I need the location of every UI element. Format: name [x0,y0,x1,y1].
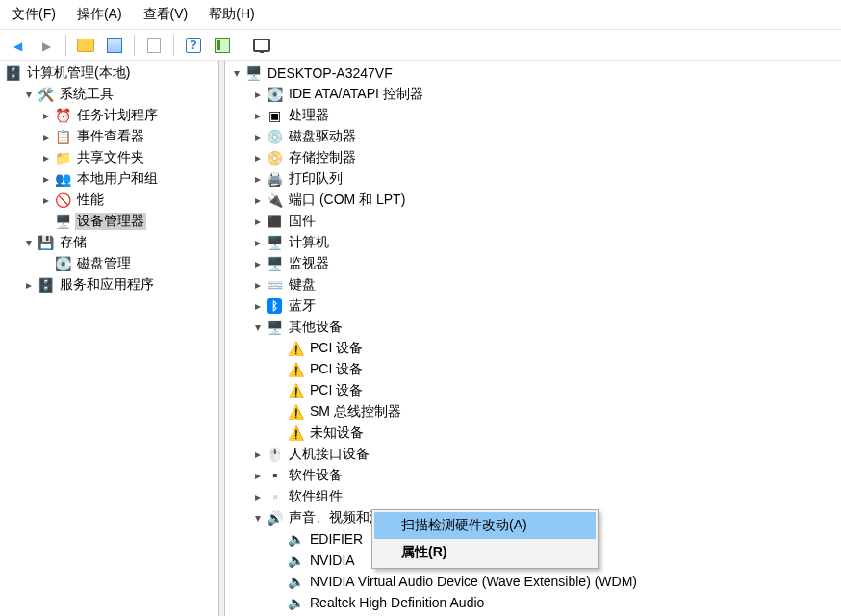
device-item-realtek[interactable]: Realtek High Definition Audio [268,592,841,613]
device-item-pci-3[interactable]: PCI 设备 [268,380,841,401]
chevron-right-icon[interactable] [250,299,266,313]
chevron-right-icon[interactable] [250,193,266,207]
software-device-icon [266,467,283,484]
device-label: 键盘 [287,276,318,294]
tree-item-disk-management[interactable]: 磁盘管理 [35,253,218,274]
chevron-right-icon[interactable] [250,257,266,270]
chevron-right-icon[interactable] [250,109,266,122]
device-label: 其他设备 [287,319,344,336]
device-item-nvidia-wave[interactable]: NVIDIA Virtual Audio Device (Wave Extens… [268,571,841,592]
tree-root-computer-management[interactable]: 计算机管理(本地) [0,63,218,84]
device-label: PCI 设备 [308,340,365,357]
chevron-down-icon[interactable] [21,88,37,101]
back-button[interactable] [6,34,29,57]
properties-button[interactable] [142,34,166,57]
device-category-keyboards[interactable]: 键盘 [246,274,841,295]
device-category-print-queues[interactable]: 打印队列 [246,168,841,190]
toolbar-separator [173,35,174,56]
device-item-pci-2[interactable]: PCI 设备 [268,359,841,380]
device-root-computer[interactable]: DESKTOP-A3247VF [225,63,841,84]
tree-item-task-scheduler[interactable]: 任务计划程序 [35,105,218,126]
show-hide-tree-button[interactable] [103,34,126,57]
up-button[interactable] [74,34,97,57]
toolbar-separator [65,35,66,56]
device-item-sm-bus[interactable]: SM 总线控制器 [268,401,841,423]
device-label: 未知设备 [308,424,366,442]
device-category-monitors[interactable]: 监视器 [246,253,841,274]
chevron-right-icon[interactable] [250,215,266,228]
tree-item-event-viewer[interactable]: 事件查看器 [35,126,218,147]
device-category-bluetooth[interactable]: 蓝牙 [246,295,841,317]
device-label: 人机接口设备 [287,446,371,463]
chevron-right-icon[interactable] [250,88,266,101]
tree-item-device-manager[interactable]: 设备管理器 [35,211,218,232]
chevron-down-icon[interactable] [250,511,266,525]
tree-label: 共享文件夹 [75,149,146,167]
pane-icon [107,38,122,53]
menu-file[interactable]: 文件(F) [8,4,60,25]
chevron-down-icon[interactable] [250,321,266,334]
menu-view[interactable]: 查看(V) [140,4,192,25]
view-button[interactable] [211,34,234,57]
menu-action[interactable]: 操作(A) [73,4,126,25]
forward-button[interactable] [35,34,58,57]
disk-icon [54,255,71,272]
performance-icon [54,192,71,209]
device-category-software-devices[interactable]: 软件设备 [246,465,841,486]
tree-item-performance[interactable]: 性能 [35,190,218,211]
warning-icon [287,403,304,421]
device-category-software-components[interactable]: 软件组件 [246,486,841,507]
chevron-right-icon[interactable] [38,151,54,165]
device-category-other-devices[interactable]: 其他设备 [246,317,841,338]
tree-item-system-tools[interactable]: 系统工具 [17,84,218,105]
device-category-computers[interactable]: 计算机 [246,232,841,253]
menu-help[interactable]: 帮助(H) [205,4,258,25]
help-button[interactable]: ? [182,34,205,57]
software-component-icon [266,488,283,505]
device-category-ide[interactable]: IDE ATA/ATAPI 控制器 [246,84,841,105]
device-category-ports[interactable]: 端口 (COM 和 LPT) [246,190,841,211]
tree-item-storage[interactable]: 存储 [17,232,218,253]
chevron-right-icon[interactable] [250,448,266,461]
chevron-right-icon[interactable] [250,130,266,143]
device-category-storage-controllers[interactable]: 存储控制器 [246,147,841,168]
chevron-right-icon[interactable] [250,469,266,482]
chevron-right-icon[interactable] [250,151,266,165]
tree-label: 计算机管理(本地) [25,64,132,82]
chevron-right-icon[interactable] [250,172,266,186]
storage-controller-icon [266,149,283,167]
chevron-right-icon[interactable] [38,193,54,207]
chevron-right-icon[interactable] [21,278,37,292]
device-category-hid[interactable]: 人机接口设备 [246,444,841,465]
chevron-right-icon[interactable] [250,278,266,292]
management-icon [4,64,21,82]
tree-item-local-users[interactable]: 本地用户和组 [35,168,218,190]
page-icon [147,38,161,53]
tree-label: 服务和应用程序 [58,276,156,294]
device-label: 固件 [287,213,318,230]
chevron-right-icon[interactable] [250,490,266,503]
cpu-icon [266,107,283,124]
chevron-right-icon[interactable] [250,236,266,249]
chevron-right-icon[interactable] [38,172,54,186]
device-label: 监视器 [287,255,331,272]
device-label: 处理器 [287,107,331,124]
device-label: EDIFIER [308,531,365,547]
tree-item-services-apps[interactable]: 服务和应用程序 [17,274,218,295]
context-menu-properties[interactable]: 属性(R) [374,539,596,566]
chevron-right-icon[interactable] [38,130,54,143]
chevron-down-icon[interactable] [229,66,244,80]
chevron-right-icon[interactable] [38,109,54,122]
monitor-button[interactable] [250,34,273,57]
context-menu-scan-hardware[interactable]: 扫描检测硬件改动(A) [374,512,596,539]
tree-item-shared-folders[interactable]: 共享文件夹 [35,147,218,168]
device-item-pci-1[interactable]: PCI 设备 [268,338,841,359]
grid-icon [215,38,230,53]
device-category-cpu[interactable]: 处理器 [246,105,841,126]
chevron-down-icon[interactable] [21,236,37,249]
device-label: NVIDIA [308,552,357,568]
keyboard-icon [266,276,283,294]
device-item-unknown[interactable]: 未知设备 [268,423,841,444]
device-category-firmware[interactable]: 固件 [246,211,841,232]
device-category-disk-drives[interactable]: 磁盘驱动器 [246,126,841,147]
